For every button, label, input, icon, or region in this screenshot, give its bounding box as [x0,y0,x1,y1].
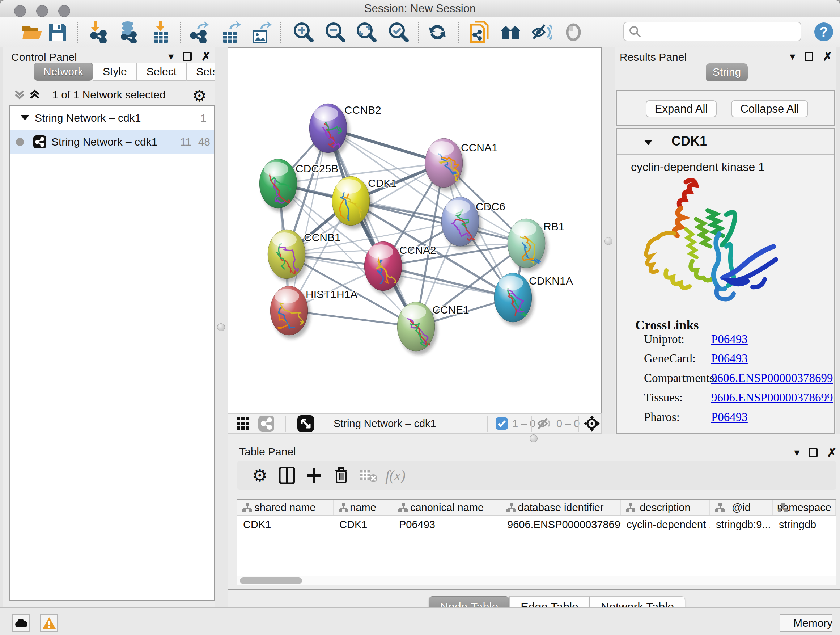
left-splitter-handle[interactable] [217,323,225,331]
table-row[interactable]: CDK1 CDK1 P06493 9606.ENSP00000378699 cy… [237,516,836,533]
share-document-icon[interactable] [468,20,491,44]
tab-select[interactable]: Select [137,63,186,81]
home-icon[interactable] [499,20,522,44]
open-session-icon[interactable] [21,20,44,44]
close-panel-icon[interactable]: ✗ [827,447,837,458]
show-columns-icon[interactable] [275,464,298,487]
gene-expander-icon[interactable] [643,138,653,147]
delete-table-icon[interactable] [357,464,380,487]
zoom-selected-icon[interactable] [387,20,410,44]
window-close-button[interactable] [14,5,26,17]
help-icon[interactable]: ? [814,22,833,41]
tab-style[interactable]: Style [93,63,137,81]
toolbar-separator [180,22,181,43]
panel-menu-icon[interactable]: ▾ [168,51,174,62]
delete-column-icon[interactable] [330,464,353,487]
collection-expander-icon[interactable] [20,114,30,122]
right-splitter[interactable] [602,48,615,435]
search-input[interactable] [644,26,801,37]
collapse-all-button[interactable]: Collapse All [731,100,808,117]
column-header[interactable]: database identifier [501,500,621,515]
control-panel-tabs: Network Style Select Sets [34,63,227,81]
save-session-icon[interactable] [46,20,69,44]
float-panel-icon[interactable] [805,52,813,61]
export-network-icon[interactable] [187,20,210,44]
float-panel-icon[interactable] [809,448,818,457]
zoom-out-icon[interactable] [324,20,347,44]
column-header[interactable]: namespace [773,500,836,515]
crosslink-link[interactable]: P06493 [711,352,748,365]
window-zoom-button[interactable] [58,5,70,17]
show-graphics-icon[interactable] [562,20,585,44]
left-splitter[interactable] [215,48,227,607]
network-status-dot-icon [16,138,24,146]
function-builder-icon[interactable]: f(x) [384,464,407,487]
node-count: 11 [180,136,191,148]
column-header[interactable]: shared name [237,500,333,515]
export-image-icon[interactable] [250,20,273,44]
crosslink-row: Tissues: 9606.ENSP00000378699 [644,391,832,407]
crosslink-row: Uniprot: P06493 [644,333,832,348]
application-window: Session: New Session [0,0,840,635]
open-in-window-icon[interactable] [297,414,314,433]
network-row[interactable]: String Network – cdk1 11 48 [10,130,214,154]
string-network-graph[interactable]: CCNB2CCNA1CDC25BCDK1CDC6RB1CCNB1CCNA2CDK… [228,48,601,413]
import-table-icon[interactable] [149,20,172,44]
collection-label: String Network – cdk1 [35,112,141,124]
crosslink-label: Pharos: [644,410,680,424]
right-splitter-handle[interactable] [605,237,613,245]
zoom-fit-icon[interactable] [355,20,378,44]
window-minimize-button[interactable] [36,5,48,17]
toolbar-separator [458,22,459,43]
protein-structure-image [632,176,783,313]
horizontal-splitter-handle[interactable] [530,434,538,442]
column-header[interactable]: canonical name [393,500,501,515]
svg-text:CCNE1: CCNE1 [432,304,469,316]
import-database-icon[interactable] [117,20,140,44]
crosslink-link[interactable]: 9606.ENSP00000378699 [711,391,833,404]
tab-string[interactable]: String [706,63,748,81]
zoom-in-icon[interactable] [292,20,315,44]
fit-content-icon[interactable] [584,414,600,433]
panel-menu-icon[interactable]: ▾ [790,51,795,62]
network-options-gear-icon[interactable]: ⚙ [193,87,207,105]
crosslink-link[interactable]: P06493 [711,410,748,424]
gene-header[interactable]: CDK1 [617,128,834,155]
memory-button[interactable]: Memory [780,614,832,632]
crosslink-label: Tissues: [644,391,683,404]
hide-labels-icon[interactable] [530,20,553,44]
search-box[interactable] [623,22,801,41]
birds-eye-view-icon[interactable] [236,414,250,433]
cloud-status-button[interactable] [12,614,30,632]
add-column-icon[interactable] [302,464,325,487]
tab-network[interactable]: Network [34,63,93,81]
float-panel-icon[interactable] [183,52,192,61]
expand-all-button[interactable]: Expand All [646,100,717,117]
refresh-icon[interactable] [426,20,449,44]
toolbar-separator [418,22,419,43]
panel-menu-icon[interactable]: ▾ [794,447,799,458]
warning-status-button[interactable] [40,614,58,632]
column-header[interactable]: description [621,500,710,515]
control-panel-title: Control Panel [11,51,77,63]
table-options-gear-icon[interactable]: ⚙ [248,464,271,487]
svg-text:HIST1H1A: HIST1H1A [306,288,357,300]
network-view-canvas[interactable]: CCNB2CCNA1CDC25BCDK1CDC6RB1CCNB1CCNA2CDK… [227,48,602,413]
network-collection-row[interactable]: String Network – cdk1 1 [10,106,214,130]
selected-checkbox-icon[interactable] [496,417,508,430]
gene-details-box: CDK1 cyclin-dependent kinase 1 [616,128,835,434]
gene-description: cyclin-dependent kinase 1 [631,160,765,174]
crosslink-link[interactable]: P06493 [711,333,748,346]
import-network-icon[interactable] [87,20,111,44]
close-panel-icon[interactable]: ✗ [201,51,211,62]
network-selection-status: 1 of 1 Network selected [8,89,210,101]
export-table-icon[interactable] [219,20,242,44]
scrollbar-thumb[interactable] [240,578,302,584]
column-header[interactable]: name [333,500,393,515]
horizontal-scrollbar[interactable] [237,576,836,585]
network-overview-icon[interactable] [258,414,274,433]
crosslink-link[interactable]: 9606.ENSP00000378699 [711,371,833,385]
close-panel-icon[interactable]: ✗ [823,51,832,62]
column-header[interactable]: @id [710,500,773,515]
edge-count: 48 [198,136,210,148]
